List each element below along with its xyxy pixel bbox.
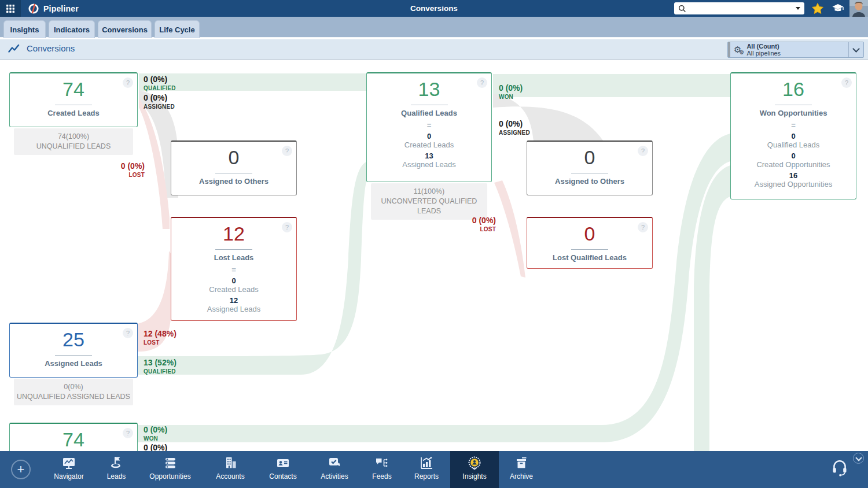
nav-label: Archive bbox=[494, 472, 549, 480]
card-label: Lost Leads bbox=[171, 253, 296, 262]
card-value: 74 bbox=[10, 428, 137, 451]
help-icon[interactable]: ? bbox=[282, 146, 292, 156]
nav-label: Insights bbox=[450, 472, 499, 480]
filter-line2: All pipelines bbox=[746, 50, 848, 57]
card-value: 13 bbox=[367, 78, 491, 101]
card-label: Assigned Leads bbox=[10, 359, 137, 368]
academy-cap-icon[interactable] bbox=[830, 0, 846, 17]
collapse-nav-chevron[interactable] bbox=[853, 453, 864, 464]
lost-leads-card[interactable]: ? 12 Lost Leads = 0 Created Leads 12 Ass… bbox=[171, 217, 297, 321]
equals-label: Assigned Opportunities bbox=[731, 180, 856, 188]
unqualified-assigned-note: 0(0%) UNQUALIFIED ASSIGNED LEADS bbox=[14, 379, 133, 405]
bottom-nav: + Navigator Leads bbox=[0, 451, 868, 488]
won-opportunities-card[interactable]: ? 16 Won Opportunities = 0 Qualified Lea… bbox=[730, 72, 856, 199]
created-leads-card[interactable]: ? 74 Created Leads bbox=[9, 72, 138, 127]
created-opportunities-card[interactable]: ? 74 bbox=[9, 423, 138, 451]
nav-label: Contacts bbox=[255, 472, 311, 480]
lost-qualified-leads-card[interactable]: ? 0 Lost Qualified Leads bbox=[527, 217, 653, 269]
help-icon[interactable]: ? bbox=[123, 328, 133, 338]
help-icon[interactable]: ? bbox=[638, 222, 648, 232]
app-window: Pipeliner Conversions bbox=[0, 0, 868, 488]
top-bar: Pipeliner Conversions bbox=[0, 0, 868, 17]
opportunities-stack-icon bbox=[142, 451, 198, 472]
equals-sign: = bbox=[367, 121, 491, 130]
view-title: Conversions bbox=[27, 43, 75, 53]
filter-line1: All (Count) bbox=[746, 43, 848, 50]
unconverted-qualified-note: 11(100%) UNCONVERTED QUALIFIED LEADS bbox=[371, 183, 487, 220]
conversions-diagram: ? 74 Created Leads 74(100%) UNQUALIFIED … bbox=[0, 60, 868, 451]
search-dropdown-caret[interactable] bbox=[796, 7, 800, 10]
search-input[interactable] bbox=[689, 5, 793, 13]
tab-insights[interactable]: Insights bbox=[3, 20, 46, 38]
nav-label: Reports bbox=[399, 472, 454, 480]
search-box[interactable] bbox=[674, 2, 804, 14]
pipeline-filter-dropdown[interactable]: ⚙⚙ All (Count) All pipelines bbox=[727, 42, 864, 58]
user-avatar[interactable] bbox=[849, 0, 868, 17]
support-headset-icon[interactable] bbox=[831, 459, 848, 479]
card-label: Assigned to Others bbox=[527, 177, 652, 186]
insights-medal-icon bbox=[450, 451, 499, 472]
help-icon[interactable]: ? bbox=[477, 77, 487, 88]
card-label: Lost Qualified Leads bbox=[527, 253, 652, 262]
equals-sign: = bbox=[171, 265, 296, 274]
note-value: 11(100%) bbox=[373, 187, 485, 197]
equals-value: 0 bbox=[367, 132, 491, 141]
flow-label-won: 0 (0%) WON bbox=[499, 84, 523, 101]
nav-item-accounts[interactable]: Accounts bbox=[203, 451, 258, 488]
search-icon bbox=[678, 5, 686, 13]
card-value: 74 bbox=[10, 78, 137, 101]
flow-label-assigned: 0 (0%) ASSIGNED bbox=[144, 94, 175, 111]
leads-flag-icon bbox=[89, 451, 144, 472]
nav-item-opportunities[interactable]: Opportunities bbox=[142, 451, 198, 488]
help-icon[interactable]: ? bbox=[123, 77, 133, 88]
equals-label: Qualified Leads bbox=[731, 141, 856, 149]
tab-label: Insights bbox=[10, 25, 39, 34]
nav-label: Opportunities bbox=[142, 472, 198, 480]
assigned-leads-card[interactable]: ? 25 Assigned Leads bbox=[9, 323, 138, 378]
note-label: UNQUALIFIED LEADS bbox=[16, 142, 131, 151]
flow-label-lost: 0 (0%) LOST bbox=[110, 162, 145, 179]
add-new-button[interactable]: + bbox=[11, 460, 31, 479]
tab-life-cycle[interactable]: Life Cycle bbox=[155, 20, 200, 38]
nav-item-contacts[interactable]: Contacts bbox=[255, 451, 311, 488]
nav-item-reports[interactable]: Reports bbox=[399, 451, 454, 488]
tab-label: Conversions bbox=[102, 25, 148, 34]
card-value: 0 bbox=[527, 146, 652, 169]
nav-item-insights[interactable]: Insights bbox=[450, 451, 499, 488]
tab-bar: Insights Indicators Conversions Life Cyc… bbox=[0, 17, 868, 38]
card-value: 16 bbox=[731, 78, 856, 101]
trend-line-icon bbox=[8, 44, 20, 53]
unqualified-leads-note: 74(100%) UNQUALIFIED LEADS bbox=[14, 128, 133, 155]
tab-indicators[interactable]: Indicators bbox=[49, 20, 95, 38]
nav-label: Accounts bbox=[203, 472, 258, 480]
card-value: 0 bbox=[171, 146, 296, 169]
tab-label: Life Cycle bbox=[159, 25, 194, 34]
favorites-star-icon[interactable] bbox=[810, 0, 826, 17]
flow-label-partial: 0 (0%) bbox=[144, 443, 167, 451]
chevron-down-icon[interactable] bbox=[848, 42, 863, 57]
card-label: Won Opportunities bbox=[731, 109, 856, 117]
card-label: Created Leads bbox=[10, 109, 137, 117]
reports-chart-icon bbox=[399, 451, 454, 472]
note-label: UNCONVERTED QUALIFIED LEADS bbox=[373, 197, 485, 216]
flow-label-qualified-52: 13 (52%) QUALIFIED bbox=[144, 358, 176, 376]
nav-item-leads[interactable]: Leads bbox=[89, 451, 144, 488]
nav-label: Leads bbox=[89, 472, 144, 480]
note-label: UNQUALIFIED ASSIGNED LEADS bbox=[16, 392, 131, 402]
help-icon[interactable]: ? bbox=[638, 146, 648, 156]
help-icon[interactable]: ? bbox=[282, 222, 292, 232]
equals-label: Created Opportunities bbox=[731, 160, 856, 169]
equals-value: 13 bbox=[367, 151, 491, 160]
tab-label: Indicators bbox=[54, 25, 90, 34]
nav-item-archive[interactable]: Archive bbox=[494, 451, 549, 488]
flow-label-assigned: 0 (0%) ASSIGNED bbox=[499, 120, 530, 137]
card-label: Qualified Leads bbox=[367, 109, 491, 117]
assigned-to-others-card[interactable]: ? 0 Assigned to Others bbox=[527, 141, 653, 195]
assigned-to-others-card[interactable]: ? 0 Assigned to Others bbox=[171, 141, 297, 195]
help-icon[interactable]: ? bbox=[841, 77, 852, 88]
help-icon[interactable]: ? bbox=[123, 428, 133, 438]
tab-conversions[interactable]: Conversions bbox=[98, 20, 152, 38]
contacts-card-icon bbox=[255, 451, 311, 472]
card-value: 0 bbox=[527, 223, 652, 245]
qualified-leads-card[interactable]: ? 13 Qualified Leads = 0 Created Leads 1… bbox=[366, 72, 492, 182]
